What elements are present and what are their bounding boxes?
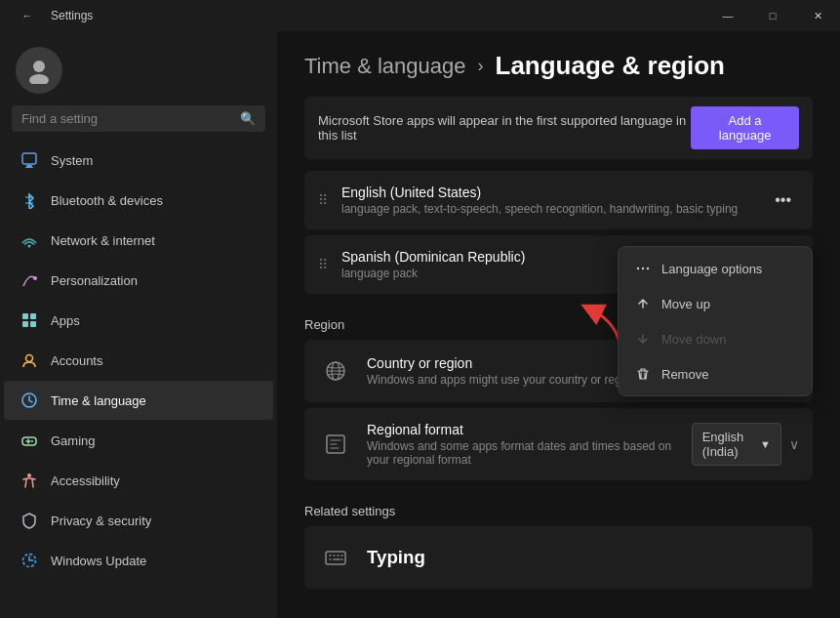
titlebar: ← Settings — □ ✕ [0, 0, 840, 31]
avatar [16, 47, 62, 94]
gaming-icon [20, 431, 39, 450]
move-down-icon [634, 330, 652, 348]
sidebar-item-privacy[interactable]: Privacy & security [4, 501, 273, 540]
main-content: Time & language › Language & region Micr… [277, 31, 840, 618]
context-menu-item-language-options[interactable]: Language options [622, 251, 808, 286]
language-item-left: ⠿ Spanish (Dominican Republic) language … [318, 249, 525, 280]
accessibility-icon [20, 471, 39, 490]
network-icon [20, 230, 39, 250]
move-up-icon [634, 295, 652, 312]
svg-rect-10 [30, 321, 36, 327]
globe-icon [318, 353, 353, 389]
breadcrumb-separator: › [478, 56, 484, 76]
keyboard-icon [318, 540, 353, 575]
context-menu: Language options Move up Move down Remov… [618, 246, 813, 396]
drag-handle-icon[interactable]: ⠿ [318, 192, 328, 208]
context-item-label: Language options [661, 262, 762, 276]
language-item-left: ⠿ English (United States) language pack,… [318, 185, 738, 216]
svg-point-0 [33, 61, 45, 72]
format-icon [318, 427, 353, 462]
language-more-button-english[interactable]: ••• [767, 187, 799, 213]
language-info: Spanish (Dominican Republic) language pa… [341, 249, 525, 280]
svg-point-18 [642, 268, 644, 269]
regional-format-dropdown[interactable]: English (India) ▼ [692, 423, 781, 466]
svg-point-1 [29, 74, 49, 84]
page-header: Time & language › Language & region [277, 31, 840, 97]
app-body: 🔍 System Bluetooth & devices Netwo [0, 31, 840, 618]
svg-rect-4 [25, 167, 33, 168]
sidebar: 🔍 System Bluetooth & devices Netwo [0, 31, 277, 618]
add-language-button[interactable]: Add a language [691, 106, 799, 149]
sidebar-item-update[interactable]: Windows Update [4, 541, 273, 580]
region-item-format: Regional format Windows and some apps fo… [304, 408, 813, 480]
sidebar-item-system[interactable]: System [4, 141, 273, 180]
context-menu-item-move-up[interactable]: Move up [622, 286, 808, 321]
sidebar-item-label: Time & language [51, 393, 146, 408]
svg-point-17 [637, 268, 639, 269]
search-input[interactable] [21, 111, 232, 126]
context-item-label: Remove [661, 367, 708, 382]
sidebar-item-time[interactable]: Time & language [4, 381, 273, 420]
svg-point-5 [28, 245, 31, 248]
format-controls: English (India) ▼ ∨ [692, 423, 799, 466]
language-item-english: ⠿ English (United States) language pack,… [304, 171, 813, 229]
sidebar-item-gaming[interactable]: Gaming [4, 421, 273, 460]
sidebar-item-label: Gaming [51, 433, 96, 448]
svg-rect-3 [26, 165, 32, 167]
sidebar-item-accessibility[interactable]: Accessibility [4, 461, 273, 500]
sidebar-item-label: Bluetooth & devices [51, 193, 163, 208]
format-info: Regional format Windows and some apps fo… [367, 422, 692, 467]
language-name: Spanish (Dominican Republic) [341, 249, 525, 265]
privacy-icon [20, 511, 39, 530]
typing-item[interactable]: Typing [304, 526, 813, 589]
app-title: Settings [51, 9, 93, 22]
update-icon [20, 551, 39, 570]
minimize-button[interactable]: — [705, 0, 750, 31]
sidebar-item-accounts[interactable]: Accounts [4, 341, 273, 380]
sidebar-item-bluetooth[interactable]: Bluetooth & devices [4, 181, 273, 220]
close-button[interactable]: ✕ [795, 0, 840, 31]
dropdown-value: English (India) [702, 430, 754, 459]
context-item-label: Move up [661, 297, 710, 311]
system-icon [20, 150, 39, 170]
bluetooth-icon [20, 190, 39, 210]
back-button[interactable]: ← [12, 0, 43, 31]
sidebar-item-network[interactable]: Network & internet [4, 221, 273, 260]
user-section [0, 31, 277, 105]
svg-rect-7 [22, 313, 28, 319]
sidebar-item-label: Network & internet [51, 233, 155, 248]
user-icon [25, 57, 53, 84]
sidebar-item-personalization[interactable]: Personalization [4, 261, 273, 300]
sidebar-item-label: System [51, 153, 93, 168]
options-icon [634, 260, 652, 277]
sidebar-item-label: Privacy & security [51, 514, 151, 528]
sidebar-item-apps[interactable]: Apps [4, 301, 273, 340]
dropdown-arrow-icon: ▼ [760, 438, 771, 450]
format-name: Regional format [367, 422, 692, 437]
expand-icon[interactable]: ∨ [789, 436, 799, 452]
language-info: English (United States) language pack, t… [341, 185, 738, 216]
maximize-button[interactable]: □ [750, 0, 795, 31]
window-controls: — □ ✕ [705, 0, 840, 31]
typing-name: Typing [367, 547, 425, 568]
breadcrumb-current: Language & region [496, 51, 725, 81]
svg-rect-23 [326, 552, 345, 564]
sidebar-item-label: Personalization [51, 273, 138, 288]
svg-point-15 [27, 474, 31, 477]
format-detail: Windows and some apps format dates and t… [367, 439, 692, 467]
svg-point-11 [26, 355, 33, 362]
titlebar-left: ← Settings [12, 0, 93, 31]
sidebar-item-label: Accounts [51, 353, 102, 368]
context-menu-item-remove[interactable]: Remove [622, 356, 808, 391]
personalization-icon [20, 270, 39, 290]
svg-point-19 [647, 268, 649, 269]
sidebar-item-label: Accessibility [51, 474, 120, 488]
search-box[interactable]: 🔍 [12, 105, 265, 132]
language-detail: language pack [341, 267, 525, 280]
apps-icon [20, 310, 39, 330]
svg-rect-2 [22, 153, 36, 164]
svg-rect-8 [30, 313, 36, 319]
drag-handle-icon[interactable]: ⠿ [318, 257, 328, 272]
add-language-description: Microsoft Store apps will appear in the … [318, 113, 691, 143]
trash-icon [634, 365, 652, 383]
